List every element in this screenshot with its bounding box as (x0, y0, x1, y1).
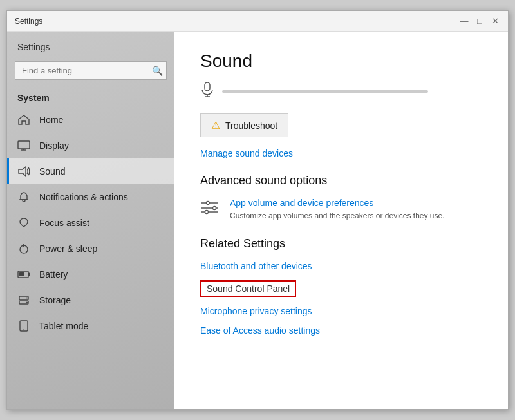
advanced-option: App volume and device preferences Custom… (200, 198, 482, 222)
app-volume-icon (200, 199, 220, 218)
sidebar-label-power: Power & sleep (39, 243, 97, 254)
troubleshoot-label: Troubleshoot (225, 120, 277, 131)
svg-rect-16 (205, 82, 210, 91)
volume-row (200, 82, 482, 100)
sidebar-item-tablet[interactable]: Tablet mode (7, 313, 174, 339)
focus-icon (17, 216, 30, 229)
sidebar-item-sound[interactable]: Sound (7, 158, 174, 184)
notifications-icon (17, 191, 30, 204)
search-button[interactable]: 🔍 (152, 66, 163, 76)
troubleshoot-button[interactable]: ⚠ Troubleshoot (200, 113, 288, 137)
svg-point-12 (26, 298, 28, 299)
settings-window: Settings — □ ✕ Settings 🔍 System (6, 10, 509, 410)
content-area: Settings 🔍 System Home (7, 32, 508, 409)
svg-point-13 (26, 302, 28, 303)
sidebar-item-battery[interactable]: Battery (7, 262, 174, 287)
ease-of-access-link[interactable]: Ease of Access audio settings (200, 325, 482, 336)
sidebar-app-title: Settings (7, 32, 174, 57)
bluetooth-link[interactable]: Bluetooth and other devices (200, 261, 482, 271)
sidebar: Settings 🔍 System Home (7, 32, 174, 409)
warning-icon: ⚠ (211, 119, 220, 131)
manage-devices-link[interactable]: Manage sound devices (200, 148, 293, 158)
volume-bar[interactable] (222, 90, 428, 93)
window-title: Settings (15, 17, 42, 26)
app-volume-desc: Customize app volumes and the speakers o… (230, 211, 445, 222)
sidebar-label-sound: Sound (39, 166, 65, 177)
search-box: 🔍 (15, 61, 167, 80)
sidebar-label-tablet: Tablet mode (39, 321, 88, 331)
search-input[interactable] (15, 61, 167, 80)
related-settings: Related Settings Bluetooth and other dev… (200, 237, 482, 336)
svg-point-21 (207, 202, 210, 205)
sidebar-label-notifications: Notifications & actions (39, 192, 128, 202)
sidebar-label-storage: Storage (39, 295, 71, 305)
tablet-icon (17, 320, 30, 332)
sidebar-label-focus: Focus assist (39, 218, 89, 228)
sidebar-label-battery: Battery (39, 269, 68, 280)
storage-icon (17, 294, 30, 307)
svg-rect-9 (19, 272, 24, 276)
svg-point-24 (213, 207, 216, 210)
home-icon (17, 113, 30, 126)
svg-point-27 (205, 211, 209, 214)
sidebar-item-power[interactable]: Power & sleep (7, 236, 174, 262)
sidebar-item-notifications[interactable]: Notifications & actions (7, 184, 174, 210)
window-controls: — □ ✕ (459, 16, 500, 26)
power-icon (17, 242, 30, 255)
svg-rect-0 (18, 141, 30, 149)
related-settings-heading: Related Settings (200, 237, 482, 251)
app-volume-link[interactable]: App volume and device preferences (230, 198, 445, 208)
sidebar-item-focus[interactable]: Focus assist (7, 210, 174, 236)
minimize-button[interactable]: — (459, 16, 469, 26)
page-title: Sound (200, 51, 482, 72)
sidebar-label-display: Display (39, 140, 69, 151)
svg-point-15 (23, 329, 24, 330)
microphone-icon (200, 82, 214, 100)
microphone-privacy-link[interactable]: Microphone privacy settings (200, 306, 482, 316)
sound-icon (17, 165, 30, 178)
sound-control-panel-link[interactable]: Sound Control Panel (200, 280, 296, 297)
titlebar: Settings — □ ✕ (7, 11, 508, 32)
sidebar-item-home[interactable]: Home (7, 107, 174, 133)
svg-marker-3 (19, 167, 26, 176)
sidebar-item-storage[interactable]: Storage (7, 287, 174, 313)
sidebar-item-display[interactable]: Display (7, 133, 174, 158)
sidebar-section-label: System (7, 88, 174, 107)
main-content: Sound ⚠ Troubleshoot Mana (174, 32, 508, 409)
battery-icon (17, 268, 30, 281)
maximize-button[interactable]: □ (474, 16, 485, 26)
advanced-option-text: App volume and device preferences Custom… (230, 198, 445, 222)
close-button[interactable]: ✕ (490, 16, 500, 26)
svg-rect-8 (28, 273, 30, 276)
sidebar-label-home: Home (39, 115, 63, 125)
advanced-section-heading: Advanced sound options (200, 174, 482, 187)
display-icon (17, 139, 30, 152)
